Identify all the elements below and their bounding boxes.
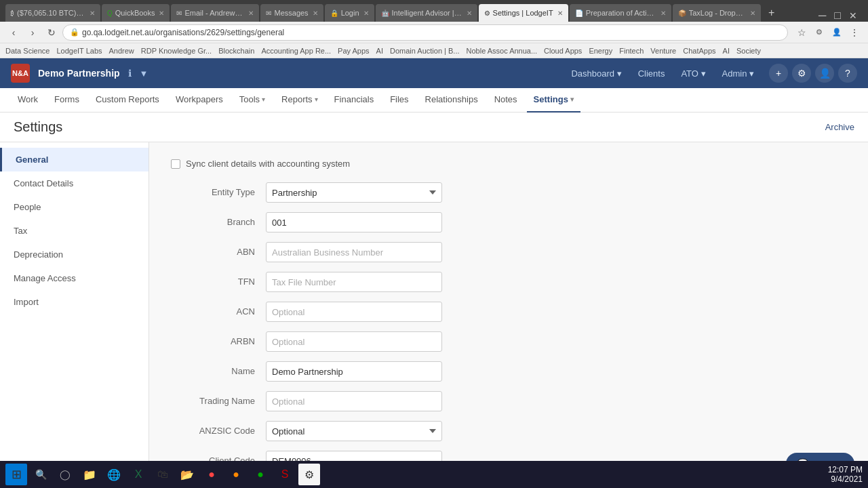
bookmark-rdp[interactable]: RDP Knowledge Gr... <box>141 47 212 55</box>
settings-icon-button[interactable]: ⚙ <box>792 64 811 83</box>
bookmark-society[interactable]: Society <box>736 47 761 55</box>
bookmark-domain[interactable]: Domain Auction | B... <box>390 47 460 55</box>
browser-tab-preparation[interactable]: 📄 Preparation of Activi... ✕ <box>570 4 671 22</box>
reload-button[interactable]: ↻ <box>43 24 60 41</box>
bookmark-payapps[interactable]: Pay Apps <box>338 47 369 55</box>
tab-close-icon[interactable]: ✕ <box>248 9 254 17</box>
nav-tools[interactable]: Tools ▾ <box>233 88 272 113</box>
sidebar-item-people[interactable]: People <box>0 195 149 219</box>
nav-reports[interactable]: Reports ▾ <box>275 88 325 113</box>
browser-tab-login[interactable]: 🔒 Login ✕ <box>325 4 374 22</box>
bookmark-ai1[interactable]: AI <box>376 47 383 55</box>
sidebar-item-import[interactable]: Import <box>0 290 149 314</box>
name-input[interactable] <box>266 361 442 382</box>
header-nav-dashboard[interactable]: Dashboard ▾ <box>564 66 628 81</box>
taskbar-app4[interactable]: S <box>274 464 296 485</box>
close-button[interactable]: ✕ <box>846 10 860 21</box>
org-info-icon[interactable]: ℹ <box>128 68 132 79</box>
taskbar-files[interactable]: 📂 <box>176 464 198 485</box>
help-icon-button[interactable]: ? <box>838 64 857 83</box>
add-icon-button[interactable]: + <box>769 64 788 83</box>
profile-icon[interactable]: 👤 <box>829 24 845 41</box>
minimize-button[interactable]: ─ <box>816 9 829 22</box>
tab-close-icon[interactable]: ✕ <box>90 9 95 17</box>
bookmark-data-science[interactable]: Data Science <box>5 47 50 55</box>
bookmark-star-icon[interactable]: ☆ <box>793 24 810 41</box>
sidebar-item-depreciation[interactable]: Depreciation <box>0 243 149 266</box>
bookmark-energy[interactable]: Energy <box>589 47 612 55</box>
header-nav-clients[interactable]: Clients <box>631 66 672 81</box>
tfn-input[interactable] <box>266 272 442 292</box>
nav-custom-reports[interactable]: Custom Reports <box>89 88 166 113</box>
browser-tab-taxlog[interactable]: 📦 TaxLog - Dropbox ✕ <box>673 4 761 22</box>
bookmark-cloud[interactable]: Cloud Apps <box>544 47 582 55</box>
bookmark-andrew[interactable]: Andrew <box>109 47 134 55</box>
nav-relationships[interactable]: Relationships <box>418 88 485 113</box>
back-button[interactable]: ‹ <box>5 24 22 41</box>
taskbar-search[interactable]: 🔍 <box>30 464 52 485</box>
branch-input[interactable] <box>266 212 442 232</box>
bookmark-accounting[interactable]: Accounting App Re... <box>261 47 331 55</box>
taskbar-app2[interactable]: ● <box>225 464 247 485</box>
bookmark-blockchain[interactable]: Blockchain <box>218 47 254 55</box>
browser-tab-intelligent[interactable]: 🤖 Intelligent Advisor | C... ✕ <box>376 4 477 22</box>
tab-close-icon[interactable]: ✕ <box>660 9 666 17</box>
tab-close-icon[interactable]: ✕ <box>313 9 318 17</box>
sidebar-item-general[interactable]: General <box>0 148 149 171</box>
arbn-input[interactable] <box>266 331 442 352</box>
bookmark-venture[interactable]: Venture <box>650 47 676 55</box>
browser-tab-btc[interactable]: ₿ ($76,065.10 BTC) Buy... ✕ <box>5 4 100 22</box>
forward-button[interactable]: › <box>24 24 41 41</box>
taskbar-file-explorer[interactable]: 📁 <box>79 464 100 485</box>
new-tab-button[interactable]: + <box>762 4 781 22</box>
nav-work[interactable]: Work <box>11 88 45 113</box>
header-nav-admin[interactable]: Admin ▾ <box>715 66 761 81</box>
taskbar-start-button[interactable]: ⊞ <box>5 464 27 485</box>
sync-checkbox[interactable] <box>171 159 180 169</box>
anzsic-select[interactable]: Optional <box>266 421 442 441</box>
sidebar-item-tax[interactable]: Tax <box>0 219 149 243</box>
nav-files[interactable]: Files <box>383 88 415 113</box>
taskbar-chrome[interactable]: 🌐 <box>103 464 125 485</box>
browser-tab-email[interactable]: ✉ Email - Andrew Nob... ✕ <box>171 4 259 22</box>
abn-input[interactable] <box>266 242 442 262</box>
sidebar-item-contact-details[interactable]: Contact Details <box>0 171 149 195</box>
taskbar-app5[interactable]: ⚙ <box>298 464 320 485</box>
tfn-row: TFN <box>171 272 846 292</box>
tab-close-icon[interactable]: ✕ <box>750 9 755 17</box>
nav-forms[interactable]: Forms <box>47 88 86 113</box>
profile-icon-button[interactable]: 👤 <box>815 64 834 83</box>
archive-link[interactable]: Archive <box>825 122 854 132</box>
sidebar-item-manage-access[interactable]: Manage Access <box>0 266 149 290</box>
address-bar[interactable]: 🔒 go.qa.lodgeit.net.au/organisations/262… <box>62 24 788 41</box>
bookmark-ai2[interactable]: AI <box>723 47 730 55</box>
entity-type-select[interactable]: Partnership Company Individual Trust SMS… <box>266 182 442 203</box>
tab-close-icon[interactable]: ✕ <box>159 9 164 17</box>
acn-input[interactable] <box>266 302 442 322</box>
nav-notes[interactable]: Notes <box>488 88 524 113</box>
browser-tab-quickbooks[interactable]: Q QuickBooks ✕ <box>102 4 170 22</box>
taskbar-excel[interactable]: X <box>127 464 149 485</box>
taskbar-cortana[interactable]: ◯ <box>54 464 76 485</box>
org-settings-icon[interactable]: ▼ <box>140 68 149 79</box>
maximize-button[interactable]: □ <box>831 9 844 22</box>
browser-tab-settings[interactable]: ⚙ Settings | LodgeIT ✕ <box>479 4 568 22</box>
tab-close-icon[interactable]: ✕ <box>467 9 472 17</box>
nav-workpapers[interactable]: Workpapers <box>169 88 230 113</box>
header-nav-ato[interactable]: ATO ▾ <box>674 66 712 81</box>
browser-tab-messages[interactable]: ✉ Messages ✕ <box>260 4 323 22</box>
bookmark-chatapps[interactable]: ChatApps <box>683 47 715 55</box>
tab-close-icon[interactable]: ✕ <box>363 9 369 17</box>
menu-icon[interactable]: ⋮ <box>846 24 863 41</box>
bookmark-noble[interactable]: Noble Assoc Annua... <box>467 47 538 55</box>
trading-name-input[interactable] <box>266 391 442 411</box>
bookmark-fintech[interactable]: Fintech <box>619 47 644 55</box>
tab-close-icon[interactable]: ✕ <box>557 9 563 17</box>
bookmark-lodgeit-labs[interactable]: LodgeIT Labs <box>56 47 102 55</box>
taskbar-app3[interactable]: ● <box>250 464 271 485</box>
nav-financials[interactable]: Financials <box>328 88 381 113</box>
nav-settings[interactable]: Settings ▾ <box>527 88 580 113</box>
extension-icon[interactable]: ⚙ <box>811 24 827 41</box>
taskbar-store[interactable]: 🛍 <box>152 464 174 485</box>
taskbar-app1[interactable]: ● <box>201 464 222 485</box>
